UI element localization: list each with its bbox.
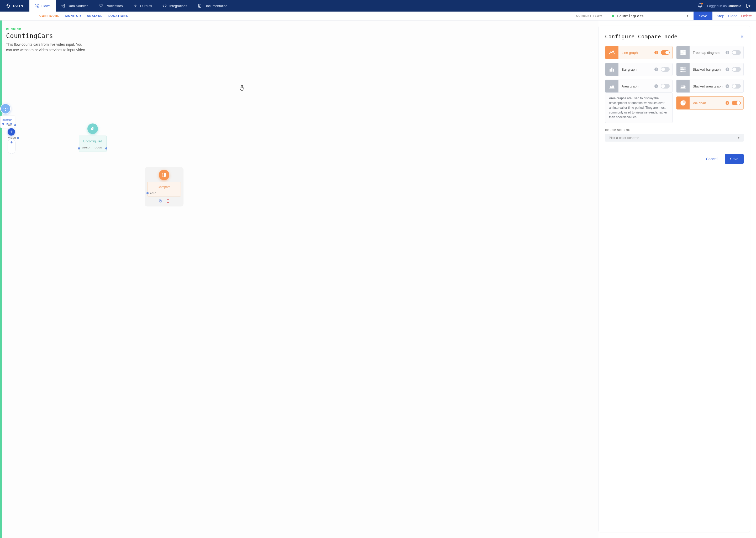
nav-tab-processors[interactable]: Processors: [94, 0, 128, 12]
svg-rect-9: [683, 52, 685, 55]
contrast-icon: [162, 172, 167, 178]
node-actions: [147, 199, 181, 203]
nav-tab-flows[interactable]: Flows: [29, 0, 56, 12]
trash-icon[interactable]: [166, 199, 170, 203]
nav-right: Logged in as Umbrella: [692, 0, 756, 12]
duplicate-icon[interactable]: [158, 199, 162, 203]
collector-node[interactable]: ollector g name URL O VIDEO: [0, 103, 15, 128]
toggle-pie[interactable]: [732, 101, 741, 105]
close-button[interactable]: ✕: [740, 34, 744, 39]
svg-point-0: [7, 5, 10, 8]
svg-rect-14: [683, 67, 685, 68]
subtab-label: MONITOR: [65, 14, 81, 17]
nav-tab-integrations[interactable]: Integrations: [157, 0, 192, 12]
subtab-label: CONFIGURE: [39, 14, 60, 17]
color-scheme-label: COLOR SCHEME: [605, 129, 744, 132]
flow-header: RUNNING CountingCars This flow counts ca…: [6, 28, 87, 53]
flow-selector[interactable]: CountingCars ▼: [607, 12, 693, 20]
stacked-area-icon: [677, 80, 689, 93]
toggle-stacked-area[interactable]: [732, 84, 741, 88]
zoom-controls: + −: [8, 139, 16, 154]
nav-tab-data-sources[interactable]: Data Sources: [56, 0, 94, 12]
compare-node[interactable]: Compare DATA: [145, 167, 183, 206]
login-username: Umbrella: [728, 4, 741, 8]
compare-label: Compare: [150, 185, 178, 189]
zoom-out-button[interactable]: −: [8, 146, 15, 154]
current-flow-label: CURRENT FLOW: [576, 12, 607, 20]
svg-rect-12: [613, 69, 614, 72]
panel-save-button[interactable]: Save: [725, 154, 744, 164]
button-label: Cancel: [706, 157, 717, 161]
info-icon[interactable]: i: [654, 51, 658, 54]
chart-option-area[interactable]: Area graph i: [605, 80, 673, 93]
toggle-line[interactable]: [661, 50, 670, 55]
toggle-area[interactable]: [661, 84, 670, 88]
chart-option-pie[interactable]: Pie chart i: [676, 96, 744, 110]
port-out-dot: [105, 147, 107, 149]
unconfigured-label: Unconfigured: [82, 139, 104, 143]
info-icon[interactable]: i: [654, 84, 658, 88]
brand: RAIN: [0, 0, 29, 12]
sub-nav: CONFIGURE MONITOR ANALYSE LOCATIONS CURR…: [0, 12, 756, 21]
nav-tab-label: Documentation: [205, 4, 227, 8]
svg-rect-13: [681, 67, 683, 68]
delete-link[interactable]: Delete: [741, 14, 752, 18]
info-icon[interactable]: i: [726, 51, 729, 54]
configure-panel: Configure Compare node ✕ Line graph i Tr…: [598, 26, 750, 532]
chart-label: Bar graph: [618, 68, 654, 72]
subtab-monitor[interactable]: MONITOR: [65, 12, 81, 20]
unconfigured-node[interactable]: Unconfigured VIDEO COUNT: [79, 124, 107, 152]
notifications-button[interactable]: [698, 3, 702, 9]
svg-rect-8: [683, 50, 685, 52]
code-icon: [163, 4, 167, 8]
chart-option-stacked-area[interactable]: Stacked area graph i: [676, 80, 744, 93]
cancel-button[interactable]: Cancel: [703, 155, 720, 163]
flow-name: CountingCars: [617, 14, 644, 18]
bar-chart-icon: [605, 63, 618, 76]
login-prefix: Logged in as: [707, 4, 727, 8]
treemap-icon: [677, 46, 689, 59]
toggle-stacked-bar[interactable]: [732, 67, 741, 72]
clone-link[interactable]: Clone: [728, 14, 737, 18]
info-icon[interactable]: i: [726, 68, 729, 71]
chart-option-treemap[interactable]: Treemap diagram i: [676, 46, 744, 59]
compare-node-icon: [159, 170, 169, 180]
svg-rect-5: [160, 200, 161, 202]
color-scheme-select[interactable]: Pick a color scheme ▼: [605, 134, 744, 141]
info-icon[interactable]: i: [726, 101, 729, 105]
chart-option-line[interactable]: Line graph i: [605, 46, 673, 59]
subtab-configure[interactable]: CONFIGURE: [39, 12, 60, 20]
logout-icon[interactable]: [746, 3, 751, 8]
nav-tab-documentation[interactable]: Documentation: [192, 0, 233, 12]
svg-point-1: [100, 5, 102, 7]
add-node-button[interactable]: +: [8, 128, 15, 135]
info-icon[interactable]: i: [726, 84, 729, 88]
toggle-bar[interactable]: [661, 67, 670, 72]
nav-tab-outputs[interactable]: Outputs: [128, 0, 158, 12]
notification-dot: [701, 3, 703, 4]
chart-label: Stacked bar graph: [689, 68, 726, 72]
unconfigured-node-icon: [87, 124, 98, 134]
subtab-locations[interactable]: LOCATIONS: [109, 12, 128, 20]
chart-option-stacked-bar[interactable]: Stacked bar graph i: [676, 63, 744, 76]
chart-option-bar[interactable]: Bar graph i: [605, 63, 673, 76]
info-icon[interactable]: i: [654, 68, 658, 71]
toggle-treemap[interactable]: [732, 50, 741, 55]
stop-link[interactable]: Stop: [717, 14, 724, 18]
chart-label: Area graph: [618, 84, 654, 88]
nav-tab-label: Integrations: [169, 4, 187, 8]
flow-canvas[interactable]: RUNNING CountingCars This flow counts ca…: [2, 21, 598, 538]
svg-rect-11: [611, 68, 612, 72]
port-dot-icon: [17, 137, 19, 139]
subtab-analyse[interactable]: ANALYSE: [87, 12, 103, 20]
zoom-in-button[interactable]: +: [8, 139, 15, 146]
collector-line1: ollector: [2, 118, 12, 121]
chart-label: Treemap diagram: [689, 51, 726, 55]
gear-icon: [3, 106, 8, 111]
port-in-dot: [147, 192, 149, 194]
save-button[interactable]: Save: [693, 12, 712, 20]
panel-title: Configure Compare node: [605, 33, 678, 40]
port-dot-icon: [14, 124, 16, 126]
svg-rect-7: [681, 53, 683, 55]
panel-header: Configure Compare node ✕: [605, 33, 744, 40]
